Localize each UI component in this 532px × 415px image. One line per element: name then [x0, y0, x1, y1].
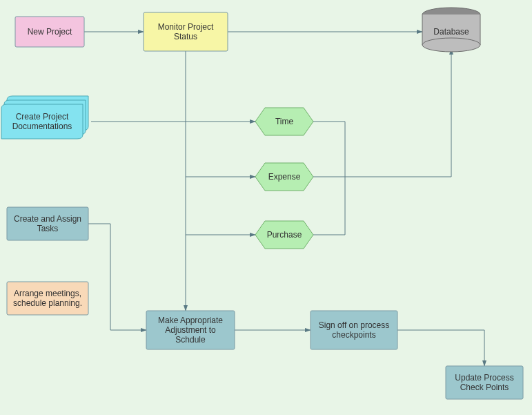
node-update-checkpoints: Update Process Check Points	[446, 366, 523, 399]
new-project-label: New Project	[28, 27, 72, 37]
node-expense: Expense	[255, 163, 313, 191]
node-arrange-meetings: Arrange meetings, schedule planning.	[7, 282, 88, 315]
make-adjustment-label: Make Appropriate Adjustment to Schdule	[146, 311, 235, 349]
create-docs-label: Create Project Documentations	[3, 106, 81, 137]
node-create-tasks: Create and Assign Tasks	[7, 207, 88, 240]
svg-point-4	[422, 38, 480, 52]
node-make-adjustment: Make Appropriate Adjustment to Schdule	[146, 311, 235, 349]
time-label: Time	[275, 117, 294, 126]
edge-tasks-adjustment	[88, 224, 146, 330]
update-checkpoints-label: Update Process Check Points	[446, 366, 523, 399]
expense-label: Expense	[268, 172, 301, 182]
edge-signoff-update	[397, 330, 484, 366]
edge-bus-to-database	[345, 49, 451, 177]
node-create-docs: Create Project Documentations	[1, 96, 88, 139]
node-new-project: New Project	[15, 17, 84, 47]
node-purchase: Purchase	[255, 221, 313, 249]
node-time: Time	[255, 108, 313, 135]
node-sign-off: Sign off on process checkpoints	[311, 311, 397, 349]
monitor-status-label: Monitor Project Status	[144, 12, 228, 51]
arrange-meetings-label: Arrange meetings, schedule planning.	[7, 282, 88, 315]
create-tasks-label: Create and Assign Tasks	[7, 207, 88, 240]
node-database: Database	[422, 8, 480, 52]
edge-hex-bus	[313, 122, 345, 235]
purchase-label: Purchase	[267, 230, 302, 240]
sign-off-label: Sign off on process checkpoints	[311, 311, 397, 349]
database-label: Database	[433, 27, 469, 37]
node-monitor-status: Monitor Project Status	[144, 12, 228, 51]
